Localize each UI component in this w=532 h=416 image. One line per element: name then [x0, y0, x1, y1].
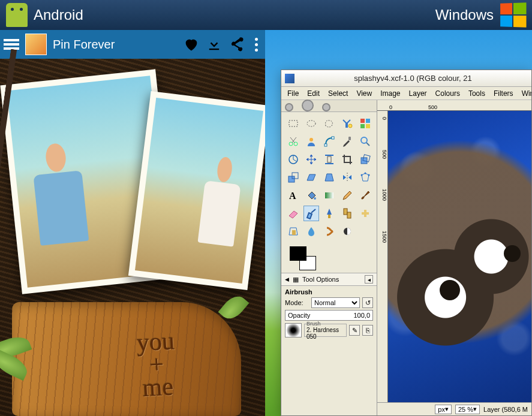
color-swatch[interactable]	[281, 243, 377, 273]
panel-menu-icon[interactable]: ◂	[365, 275, 373, 284]
gimp-toolbox: A	[281, 112, 377, 243]
android-content-view[interactable]: you + me	[0, 59, 265, 416]
brush-selector[interactable]: Brush 2. Hardness 050	[304, 324, 347, 337]
scale-tool[interactable]	[285, 170, 301, 185]
menu-edit[interactable]: Edit	[303, 88, 323, 99]
svg-rect-31	[292, 230, 296, 235]
share-button[interactable]	[229, 36, 245, 53]
opacity-slider[interactable]: Opacity 100,0	[285, 310, 373, 321]
brush-edit-icon[interactable]: ✎	[349, 325, 360, 336]
opacity-label: Opacity	[288, 312, 310, 319]
heart-icon	[183, 36, 200, 53]
bucket-fill-tool[interactable]	[303, 188, 319, 203]
heal-tool[interactable]	[357, 206, 373, 221]
ruler-tick: 0	[389, 104, 392, 110]
blend-tool[interactable]	[321, 188, 337, 203]
pencil-tool[interactable]	[339, 188, 355, 203]
ruler-vertical: 0 500 1000 1500	[377, 111, 388, 402]
gimp-canvas[interactable]	[388, 111, 531, 402]
gimp-canvas-area: 0 500 0 500 1000 1500	[377, 100, 531, 415]
windows-header-title: Windows	[435, 7, 494, 23]
perspective-clone-tool[interactable]	[285, 224, 301, 239]
svg-rect-18	[288, 176, 294, 182]
tool-options-body: Airbrush Mode: Normal ↺ Opacity 100,0	[281, 286, 377, 340]
color-select-tool[interactable]	[357, 116, 373, 131]
gimp-app-icon	[285, 74, 294, 83]
foreground-select-tool[interactable]	[303, 134, 319, 149]
gimp-titlebar[interactable]: splashyv4.xcf-1.0 (RGB colour, 21	[281, 70, 531, 87]
scissors-select-tool[interactable]	[285, 134, 301, 149]
menu-colours[interactable]: Colours	[432, 88, 464, 99]
gimp-statusbar: px ▾ 25 % ▾ Layer (580,6 M	[377, 402, 531, 415]
svg-point-1	[307, 120, 315, 126]
wood-board: you + me	[12, 302, 241, 416]
gimp-menubar: File Edit Select View Image Layer Colour…	[281, 87, 531, 100]
gimp-toolbox-panel: A	[281, 100, 377, 415]
unit-selector[interactable]: px ▾	[435, 405, 452, 414]
svg-rect-10	[324, 144, 327, 146]
ruler-tick: 500	[377, 150, 387, 159]
flip-tool[interactable]	[339, 170, 355, 185]
svg-rect-11	[332, 137, 334, 139]
menu-icon[interactable]	[4, 39, 19, 50]
fg-color-swatch[interactable]	[290, 246, 306, 261]
gimp-window: splashyv4.xcf-1.0 (RGB colour, 21 File E…	[281, 70, 532, 416]
favorite-button[interactable]	[183, 36, 200, 53]
menu-select[interactable]: Select	[324, 88, 351, 99]
brush-link-icon[interactable]: ⎘	[362, 325, 373, 336]
zoom-selector[interactable]: 25 % ▾	[455, 405, 480, 414]
menu-layer[interactable]: Layer	[405, 88, 431, 99]
align-tool[interactable]	[321, 152, 337, 167]
ink-tool[interactable]	[321, 206, 337, 221]
dodge-burn-tool[interactable]	[339, 224, 355, 239]
mode-reset-icon[interactable]: ↺	[362, 297, 373, 308]
free-select-tool[interactable]	[321, 116, 337, 131]
windows-desktop-frame: splashyv4.xcf-1.0 (RGB colour, 21 File E…	[265, 30, 532, 416]
blur-tool[interactable]	[303, 224, 319, 239]
rotate-tool[interactable]	[357, 152, 373, 167]
clone-tool[interactable]	[339, 206, 355, 221]
toolbox-tabs	[281, 100, 377, 112]
tab-dot-icon[interactable]	[302, 100, 314, 111]
menu-view[interactable]: View	[353, 88, 375, 99]
svg-point-24	[314, 197, 316, 200]
ruler-tick: 0	[377, 117, 387, 120]
cage-tool[interactable]	[357, 170, 373, 185]
rect-select-tool[interactable]	[285, 116, 301, 131]
menu-windows[interactable]: Windows	[518, 88, 532, 99]
app-avatar-icon[interactable]	[25, 34, 47, 55]
tab-dot-icon[interactable]	[285, 103, 293, 111]
text-tool[interactable]: A	[285, 188, 301, 203]
android-logo-icon	[6, 3, 28, 27]
active-tool-name: Airbrush	[285, 288, 373, 296]
fuzzy-select-tool[interactable]	[339, 116, 355, 131]
measure-tool[interactable]	[285, 152, 301, 167]
polaroid-photo-right	[128, 91, 265, 290]
menu-image[interactable]: Image	[377, 88, 404, 99]
download-icon	[206, 36, 223, 53]
menu-tools[interactable]: Tools	[465, 88, 489, 99]
overflow-menu-button[interactable]	[251, 38, 262, 52]
wilber-eye-left	[440, 280, 460, 300]
collapse-icon[interactable]: ◀	[285, 276, 289, 282]
airbrush-tool[interactable]	[303, 206, 319, 221]
mode-select[interactable]: Normal	[311, 297, 360, 308]
crop-tool[interactable]	[339, 152, 355, 167]
zoom-tool[interactable]	[357, 134, 373, 149]
move-tool[interactable]	[303, 152, 319, 167]
paintbrush-tool[interactable]	[357, 188, 373, 203]
smudge-tool[interactable]	[321, 224, 337, 239]
color-picker-tool[interactable]	[339, 134, 355, 149]
paths-tool[interactable]	[321, 134, 337, 149]
eraser-tool[interactable]	[285, 206, 301, 221]
tool-options-tab-icon[interactable]: ▦	[293, 276, 299, 284]
perspective-tool[interactable]	[321, 170, 337, 185]
tab-dot-icon[interactable]	[322, 103, 330, 111]
ellipse-select-tool[interactable]	[303, 116, 319, 131]
download-button[interactable]	[206, 36, 223, 53]
status-layer-info: Layer (580,6 M	[483, 406, 528, 413]
menu-filters[interactable]: Filters	[490, 88, 517, 99]
shear-tool[interactable]	[303, 170, 319, 185]
menu-file[interactable]: File	[284, 88, 302, 99]
brush-preview-icon[interactable]	[285, 323, 302, 337]
